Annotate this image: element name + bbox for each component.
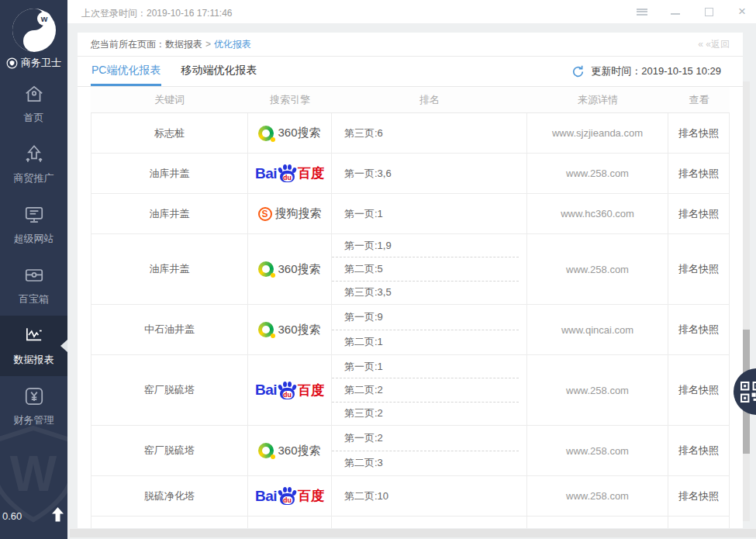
up-arrow-icon [51, 507, 64, 522]
minimize-button[interactable] [669, 5, 682, 18]
maximize-button[interactable] [702, 5, 715, 18]
keyword-cell: 油库井盖 [91, 154, 248, 193]
app-window: { "topbar": { "last_login": "上次登录时间：2019… [0, 0, 756, 539]
engine-logo-360: 360搜索 [258, 261, 320, 277]
view-link[interactable]: 排名快照 [668, 234, 729, 304]
rank-cell: 第一页:1 [332, 194, 527, 233]
360-ring-icon [258, 322, 274, 337]
back-to-top-button[interactable] [51, 507, 64, 525]
menu-icon[interactable] [636, 5, 648, 18]
view-link[interactable]: 排名快照 [668, 154, 729, 193]
table-row: 油库井盖 Bai du 百度 第一页:3,6 www.258.com 排名快照 [91, 154, 730, 194]
rank-line: 第一页:1 [332, 194, 519, 233]
breadcrumb-current: 优化报表 [214, 39, 251, 50]
view-link[interactable] [668, 517, 729, 528]
source-link[interactable]: www.258.com [527, 476, 668, 516]
engine-logo-baidu: Bai du 百度 [255, 380, 324, 401]
rank-cell: 第一页:1第二页:2第三页:2 [332, 355, 527, 425]
tabs-row: PC端优化报表 移动端优化报表 更新时间：2019-10-15 10:29 [78, 57, 743, 87]
rank-line: 第一页:3,6 [332, 154, 519, 193]
keyword-cell [91, 517, 248, 528]
keyword-cell: 中石油井盖 [91, 305, 248, 354]
refresh-icon[interactable] [571, 65, 585, 78]
promotion-arrow-icon [23, 143, 45, 165]
brand-name: 商务卫士 [21, 56, 61, 70]
last-login-text: 上次登录时间：2019-10-16 17:11:46 [81, 7, 233, 20]
rank-cell: 第一页:2第二页:3 [332, 426, 527, 475]
baidu-paw-icon: du [278, 163, 297, 184]
update-time-text: 更新时间：2019-10-15 10:29 [591, 64, 721, 78]
source-link[interactable]: www.hc360.com [527, 194, 668, 233]
source-link[interactable]: www.258.com [527, 355, 668, 425]
content-panel: 您当前所在页面：数据报表>优化报表 « «返回 PC端优化报表 移动端优化报表 … [78, 33, 743, 528]
breadcrumb-prefix: 您当前所在页面：数据报表 [91, 39, 202, 50]
website-monitor-icon [23, 204, 45, 226]
topbar: 上次登录时间：2019-10-16 17:11:46 × [67, 0, 756, 23]
engine-logo-sogou: S 搜狗搜索 [258, 206, 322, 221]
home-icon [23, 83, 45, 105]
tab-pc-report[interactable]: PC端优化报表 [91, 57, 161, 86]
view-link[interactable]: 排名快照 [668, 305, 729, 354]
rank-line: 第一页:2 [332, 426, 519, 451]
breadcrumb-separator: > [205, 39, 211, 50]
table-row: 中石油井盖 360搜索 第一页:9第二页:1 www.qincai.com 排名… [91, 305, 730, 355]
engine-logo-baidu: Bai du 百度 [255, 163, 324, 184]
view-link[interactable]: 排名快照 [668, 355, 729, 425]
rank-cell: 第二页:10 [332, 476, 527, 516]
rank-line: 第一页:1,9 [332, 234, 519, 257]
table-row: 窑厂脱硫塔 Bai du 百度 第一页:1第二页:2第三页:2 www.258.… [91, 355, 730, 426]
header-cell: 搜索引擎 [248, 93, 332, 107]
source-link[interactable]: www.sjzjieanda.com [527, 113, 668, 153]
view-link[interactable]: 排名快照 [668, 113, 729, 153]
360-ring-icon [258, 261, 274, 277]
engine-cell: Bai du 百度 [248, 154, 332, 193]
tab-mobile-report[interactable]: 移动端优化报表 [180, 57, 257, 86]
table-header: 关键词搜索引擎排名来源详情查看 [91, 87, 730, 113]
window-controls: × [636, 0, 748, 23]
engine-logo-360: 360搜索 [258, 443, 320, 458]
source-link[interactable] [527, 517, 668, 528]
sidebar-item-promo[interactable]: 商贸推广 [0, 134, 67, 195]
sidebar: w 商务卫士 首页 商贸推广 超级网站 百宝箱 数据报表 财务管理 W 0.60 [0, 0, 67, 539]
close-button[interactable]: × [736, 5, 748, 18]
back-link[interactable]: « «返回 [698, 33, 730, 56]
breadcrumb: 您当前所在页面：数据报表>优化报表 « «返回 [78, 33, 743, 57]
h-scrollbar-track[interactable] [70, 529, 756, 537]
toolbox-icon [23, 264, 45, 286]
source-link[interactable]: www.258.com [527, 154, 668, 193]
table-row: 脱硫净化塔 Bai du 百度 第二页:10 www.258.com 排名快照 [91, 476, 730, 517]
chart-report-icon [23, 325, 45, 347]
view-link[interactable]: 排名快照 [668, 194, 729, 233]
sidebar-item-website[interactable]: 超级网站 [0, 195, 67, 255]
version-label: 0.60 [2, 510, 22, 522]
sidebar-item-home[interactable]: 首页 [0, 74, 67, 134]
header-cell: 来源详情 [527, 93, 668, 107]
source-link[interactable]: www.258.com [527, 426, 668, 475]
rank-cell: 第一页:3,6 [332, 154, 527, 193]
360-ring-icon [258, 443, 274, 458]
rank-cell: 第一页:1,9第二页:5第三页:3,5 [332, 234, 527, 304]
v-scrollbar-track[interactable] [743, 81, 750, 521]
rank-line: 第二页:2 [332, 378, 519, 401]
engine-cell: S 搜狗搜索 [248, 194, 332, 233]
sidebar-item-reports[interactable]: 数据报表 [0, 316, 67, 376]
engine-cell: 360搜索 [248, 113, 332, 153]
brand-badge-icon [6, 57, 18, 69]
table-row: 油库井盖 S 搜狗搜索 第一页:1 www.hc360.com 排名快照 [91, 194, 730, 234]
view-link[interactable]: 排名快照 [668, 426, 729, 475]
rank-cell: 第一页:9第二页:1 [332, 305, 527, 354]
brand: w 商务卫士 [0, 0, 67, 74]
source-link[interactable]: www.258.com [527, 234, 668, 304]
rank-cell: 第三页:6 [332, 113, 527, 153]
update-group: 更新时间：2019-10-15 10:29 [571, 57, 721, 86]
rank-line: 第二页:1 [332, 330, 519, 355]
sidebar-item-toolbox[interactable]: 百宝箱 [0, 255, 67, 316]
engine-logo-360: 360搜索 [258, 322, 320, 337]
source-link[interactable]: www.qincai.com [527, 305, 668, 354]
keyword-cell: 窑厂脱硫塔 [91, 426, 248, 475]
view-link[interactable]: 排名快照 [668, 476, 729, 516]
engine-cell: Bai du 百度 [248, 355, 332, 425]
keyword-cell: 油库井盖 [91, 194, 248, 233]
rank-cell: 第一页:1 [332, 517, 527, 528]
engine-logo-baidu: Bai du 百度 [255, 485, 324, 506]
